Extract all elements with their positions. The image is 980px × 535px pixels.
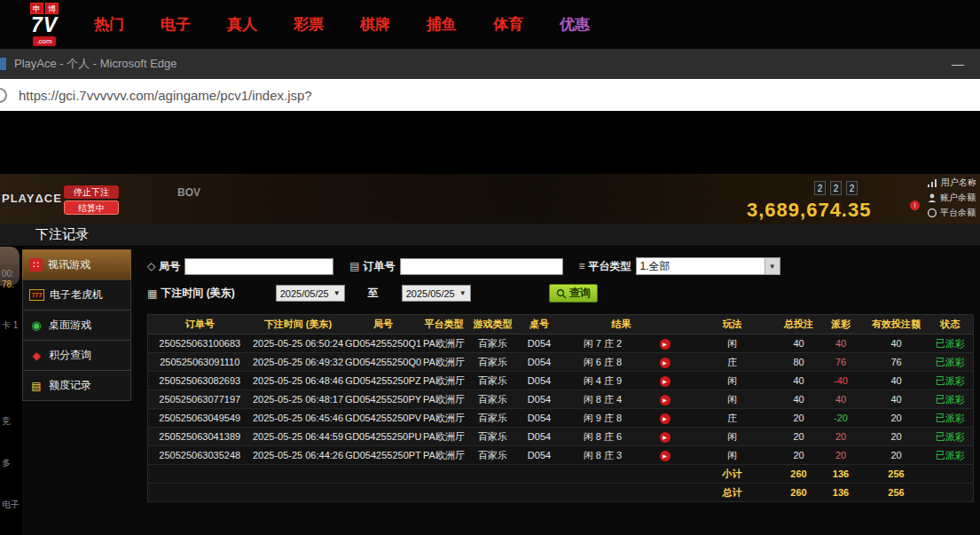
replay-icon[interactable]: ▶: [660, 413, 670, 424]
cell-order: 250525063049549: [148, 409, 252, 428]
replay-icon[interactable]: ▶: [660, 395, 670, 405]
cell-play: 闲: [684, 372, 781, 390]
cell-table-no: D054: [520, 353, 560, 372]
cell-status: 已派彩: [928, 428, 974, 446]
col-result: 结果: [560, 315, 684, 334]
nav-item-promo[interactable]: 优惠: [560, 14, 590, 35]
sidebar: ∷ 视讯游戏 777 电子老虎机 ◉ 桌面游戏 ◆ 积分查询 ▤ 额度记录: [22, 250, 131, 401]
card-value: 2: [830, 181, 842, 195]
cell-valid-bet: 20: [866, 428, 928, 446]
cell-payout: 20: [817, 446, 866, 465]
address-bar[interactable]: https://gci.7vvvvvv.com/agingame/pcv1/in…: [19, 88, 312, 103]
col-round: 局号: [345, 315, 422, 334]
order-input[interactable]: [400, 258, 563, 275]
settling-button[interactable]: 结算中: [64, 201, 119, 215]
cell-order: 250525063091110: [148, 353, 252, 372]
sidebar-item-slot-machines[interactable]: 777 电子老虎机: [22, 279, 131, 311]
replay-icon[interactable]: ▶: [660, 339, 670, 350]
cell-bet-time: 2025-05-25 06:48:46: [252, 372, 345, 390]
col-bet-time: 下注时间 (美东): [252, 315, 345, 334]
sum-total: 260: [781, 484, 817, 502]
replay-icon[interactable]: ▶: [660, 451, 670, 461]
replay-icon[interactable]: ▶: [660, 358, 670, 368]
cell-replay: ▶: [647, 334, 684, 353]
bet-table-header-row: 订单号 下注时间 (美东) 局号 平台类型 游戏类型 桌号 结果 玩法 总投注 …: [148, 315, 974, 334]
dice-icon: ∷: [29, 258, 43, 271]
site-logo[interactable]: 申 博 7V .com: [16, 3, 73, 46]
col-game-type: 游戏类型: [466, 315, 520, 334]
main-nav: 热门 电子 真人 彩票 棋牌 捕鱼 体育 优惠: [94, 14, 590, 35]
sidebar-item-table-games[interactable]: ◉ 桌面游戏: [22, 310, 131, 341]
cell-round-id: GD054255250PT: [345, 446, 422, 465]
jackpot-amount: 3,689,674.35: [747, 199, 871, 222]
sidebar-item-points-query[interactable]: ◆ 积分查询: [22, 340, 131, 371]
sum-payout: 136: [817, 465, 866, 484]
cell-valid-bet: 20: [866, 409, 928, 428]
cell-result: 闲 9 庄 8: [560, 409, 647, 428]
cell-game-type: 百家乐: [466, 409, 520, 428]
nav-item-fishing[interactable]: 捕鱼: [427, 14, 457, 35]
background-fragment: BOV: [177, 186, 200, 199]
username-label: 用户名称: [941, 177, 976, 189]
table-row: 2505250630495492025-05-25 06:45:46GD0542…: [148, 409, 974, 428]
minimize-button[interactable]: —: [952, 57, 964, 71]
sidebar-item-credit-records[interactable]: ▤ 额度记录: [22, 370, 131, 401]
cell-total-bet: 20: [781, 428, 817, 446]
nav-item-sports[interactable]: 体育: [493, 14, 523, 35]
date-from-value: 2025/05/25: [280, 288, 329, 299]
card-counts: 2 2 2: [814, 181, 858, 195]
cell-round-id: GD054255250PU: [345, 428, 422, 446]
filter-row-2: ▦ 下注时间 (美东) 2025/05/25 ▼ 至 2025/05/25 ▼ …: [147, 284, 598, 303]
cell-round-id: GD054255250PV: [345, 409, 422, 428]
cell-play: 闲: [684, 428, 781, 446]
date-from-select[interactable]: 2025/05/25 ▼: [276, 285, 345, 302]
cell-order: 250525063077197: [148, 390, 252, 409]
cell-result: 闲 7 庄 2: [560, 334, 647, 353]
panel-header: 下注记录: [0, 224, 980, 247]
sidebar-item-live-games[interactable]: ∷ 视讯游戏: [22, 249, 131, 280]
cell-game-type: 百家乐: [466, 372, 520, 390]
replay-icon[interactable]: ▶: [660, 432, 670, 443]
round-input[interactable]: [184, 258, 333, 275]
clipboard-icon: ▤: [349, 260, 359, 272]
cell-play: 庄: [684, 353, 781, 372]
sum-valid: 256: [866, 465, 928, 484]
cell-platform: PA欧洲厅: [422, 334, 466, 353]
bet-table-body: 2505250631006832025-05-25 06:50:24GD0542…: [148, 334, 974, 502]
nav-item-slots[interactable]: 电子: [161, 14, 191, 35]
cell-play: 闲: [684, 390, 781, 409]
nav-item-lottery[interactable]: 彩票: [294, 14, 324, 35]
logo-suffix: .com: [33, 36, 55, 46]
cell-bet-time: 2025-05-25 06:49:32: [252, 353, 345, 372]
cell-replay: ▶: [647, 409, 684, 428]
logo-main: 7V: [31, 14, 58, 36]
cell-valid-bet: 40: [866, 390, 928, 409]
nav-item-hot[interactable]: 热门: [94, 14, 124, 35]
panel-title: 下注记录: [35, 226, 89, 243]
nav-item-cards[interactable]: 棋牌: [360, 14, 390, 35]
date-to-select[interactable]: 2025/05/25 ▼: [402, 285, 471, 302]
stop-betting-button[interactable]: 停止下注: [64, 185, 119, 199]
window-title: PlayAce - 个人 - Microsoft Edge: [14, 56, 177, 72]
cell-platform: PA欧洲厅: [422, 390, 466, 409]
cell-result: 闲 8 庄 4: [560, 390, 647, 409]
cell-result: 闲 6 庄 8: [560, 353, 647, 372]
col-payout: 派彩: [817, 315, 866, 334]
platform-select[interactable]: 1.全部 ▼: [636, 257, 780, 275]
replay-icon[interactable]: ▶: [660, 376, 670, 387]
left-gutter: 00: 78. 卡 1 竞 多 电子: [0, 247, 22, 535]
magnifier-icon: [556, 288, 567, 299]
search-button[interactable]: 查询: [549, 284, 598, 303]
platform-select-value: 1.全部: [640, 259, 670, 274]
cell-platform: PA欧洲厅: [422, 446, 466, 465]
cell-platform: PA欧洲厅: [422, 409, 466, 428]
cell-order: 250525063082693: [148, 372, 252, 390]
col-order: 订单号: [148, 315, 252, 334]
chevron-down-icon: ▼: [459, 289, 466, 297]
cell-bet-time: 2025-05-25 06:44:26: [252, 446, 345, 465]
nav-item-live[interactable]: 真人: [227, 14, 257, 35]
reload-icon[interactable]: [0, 88, 7, 103]
sidebar-item-label: 桌面游戏: [49, 318, 91, 333]
diamond-icon: ◇: [147, 260, 155, 272]
cell-platform: PA欧洲厅: [422, 372, 466, 390]
